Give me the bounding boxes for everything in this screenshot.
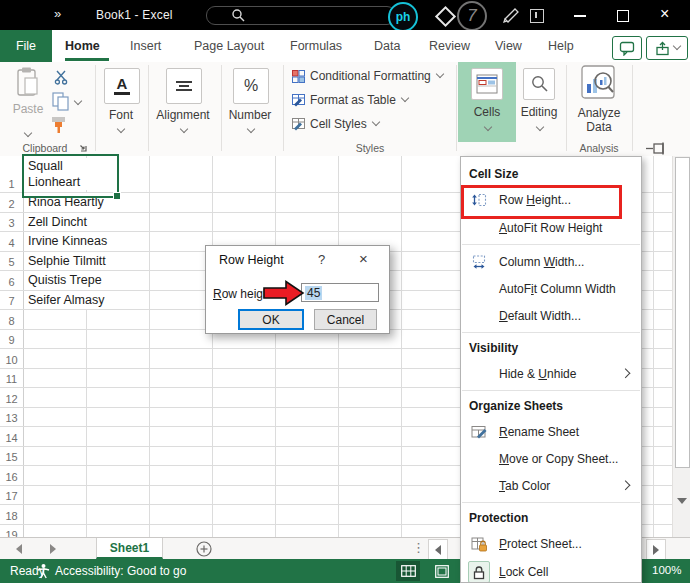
dialog-launcher-icon[interactable] [78, 143, 88, 153]
tab-data[interactable]: Data [374, 30, 400, 62]
tab-insert[interactable]: Insert [130, 30, 161, 62]
lock-cell-icon [472, 565, 486, 580]
row-header[interactable]: 1 [0, 156, 24, 192]
menu-item-hide-unhide[interactable]: Hide & Unhide [461, 360, 641, 387]
row-header[interactable]: 6 [0, 271, 24, 290]
chevron-down-icon[interactable] [74, 98, 81, 105]
menu-separator [462, 244, 640, 245]
tab-page-layout[interactable]: Page Layout [194, 30, 264, 62]
row-height-input[interactable]: 45 [301, 283, 379, 302]
zoom-level[interactable]: 100% [652, 564, 681, 576]
analyze-data-button[interactable]: Analyze Data [570, 62, 628, 134]
row-header[interactable]: 15 [0, 447, 24, 466]
accessibility-status[interactable]: Accessibility: Good to go [55, 564, 186, 578]
paste-icon [15, 66, 41, 98]
minimize-button[interactable] [574, 15, 586, 17]
comment-icon [619, 41, 635, 56]
hscroll-right-button[interactable] [646, 539, 666, 560]
row-header[interactable]: 2 [0, 193, 24, 212]
vertical-scrollbar[interactable] [672, 156, 690, 537]
row-header[interactable]: 17 [0, 486, 24, 505]
chevron-down-icon[interactable] [117, 126, 124, 133]
tab-bar-resize-dots[interactable]: ⋮ [412, 540, 426, 555]
chevron-down-icon [401, 95, 408, 102]
cell-text: Irvine Kinneas [25, 232, 110, 251]
menu-item-move-or-copy-sheet[interactable]: Move or Copy Sheet... [461, 445, 641, 472]
tab-view[interactable]: View [495, 30, 522, 62]
row-header[interactable]: 11 [0, 369, 24, 388]
cancel-button[interactable]: Cancel [314, 309, 377, 330]
menu-item-autofit-column-width[interactable]: AutoFit Column Width [461, 275, 641, 302]
next-sheet-arrow[interactable] [50, 544, 56, 554]
annotation-arrow-icon [263, 280, 305, 306]
analyze-data-label-line2: Data [586, 120, 611, 134]
prev-sheet-arrow[interactable] [16, 544, 22, 554]
tab-file[interactable]: File [0, 30, 52, 62]
quick-access-overflow-chevron[interactable]: » [54, 6, 61, 21]
hscroll-left-button[interactable] [428, 539, 448, 560]
chevron-down-icon[interactable] [247, 126, 254, 133]
group-divider [221, 65, 222, 151]
row-header[interactable]: 18 [0, 505, 24, 524]
cells-button[interactable]: Cells [458, 62, 516, 119]
row-header[interactable]: 16 [0, 466, 24, 485]
find-icon [530, 75, 549, 94]
row-header[interactable]: 3 [0, 213, 24, 232]
analyze-data-label-line1: Analyze [578, 106, 621, 120]
maximize-button[interactable] [617, 10, 629, 22]
new-sheet-button[interactable] [196, 541, 212, 557]
row-header[interactable]: 14 [0, 427, 24, 446]
watermark-logo: ph [388, 2, 418, 32]
close-button[interactable]: × [660, 4, 669, 24]
paste-button[interactable]: Paste [8, 66, 48, 116]
menu-item-rename-sheet[interactable]: Rename Sheet [461, 418, 641, 445]
format-as-table-button[interactable]: Format as Table [292, 92, 408, 108]
sheet-tab-sheet1[interactable]: Sheet1 [96, 538, 163, 559]
row-header[interactable]: 9 [0, 330, 24, 349]
tab-formulas[interactable]: Formulas [290, 30, 342, 62]
row-header[interactable]: 13 [0, 408, 24, 427]
font-underline-bar [114, 92, 130, 95]
dialog-help-button[interactable]: ? [318, 252, 325, 267]
collapse-ribbon-pin-icon[interactable] [646, 142, 666, 155]
row-header[interactable]: 8 [0, 310, 24, 329]
cell-styles-button[interactable]: Cell Styles [292, 116, 379, 132]
row-header[interactable]: 5 [0, 252, 24, 271]
clipboard-group-label: Clipboard [0, 142, 90, 154]
menu-item-default-width[interactable]: Default Width... [461, 302, 641, 329]
tab-help[interactable]: Help [548, 30, 574, 62]
pencil-icon [502, 6, 522, 24]
cut-icon[interactable] [54, 70, 69, 85]
menu-item-tab-color[interactable]: Tab Color [461, 472, 641, 499]
menu-item-protect-sheet[interactable]: Protect Sheet... [461, 530, 641, 558]
dialog-close-button[interactable]: × [359, 250, 368, 267]
editing-button[interactable]: Editing [516, 62, 562, 119]
number-button[interactable]: % [233, 68, 269, 104]
normal-view-button[interactable] [396, 561, 420, 581]
row-header[interactable]: 10 [0, 349, 24, 368]
fill-handle[interactable] [113, 192, 121, 200]
page-layout-view-button[interactable] [430, 561, 454, 581]
row-header[interactable]: 7 [0, 291, 24, 310]
dialog-title: Row Height [219, 253, 284, 267]
row-header[interactable]: 4 [0, 232, 24, 251]
conditional-formatting-button[interactable]: Conditional Formatting [292, 68, 443, 84]
share-button[interactable] [646, 36, 688, 60]
scroll-down-arrow[interactable] [677, 498, 687, 504]
format-painter-icon[interactable] [50, 116, 68, 134]
chevron-down-icon[interactable] [180, 126, 187, 133]
tab-review[interactable]: Review [429, 30, 470, 62]
menu-item-column-width[interactable]: Column Width... [461, 248, 641, 275]
active-cell-selection[interactable] [22, 154, 119, 198]
menu-item-lock-cell[interactable]: Lock Cell [461, 558, 641, 583]
ok-button[interactable]: OK [238, 309, 304, 330]
search-box[interactable] [206, 6, 396, 25]
submenu-arrow-icon [621, 480, 631, 490]
vertical-scrollbar-thumb[interactable] [675, 157, 690, 468]
row-header[interactable]: 19 [0, 525, 24, 538]
row-header[interactable]: 12 [0, 388, 24, 407]
comments-button[interactable] [612, 36, 642, 60]
font-button[interactable]: A [104, 68, 140, 104]
copy-icon[interactable] [52, 92, 70, 111]
alignment-button[interactable] [166, 68, 202, 104]
